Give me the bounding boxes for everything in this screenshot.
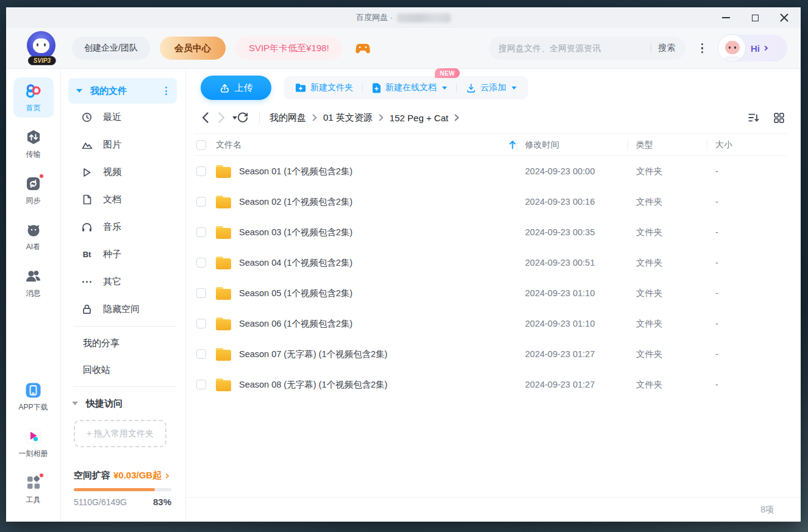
table-row[interactable]: Season 06 (1个视频包含2集) 2024-09-23 01:10 文件…: [194, 308, 787, 339]
row-checkbox[interactable]: [196, 258, 206, 268]
file-type: 文件夹: [636, 379, 715, 391]
caret-down-icon[interactable]: [72, 402, 78, 405]
create-team-button[interactable]: 创建企业/团队: [72, 37, 150, 60]
search-box[interactable]: 搜索: [489, 37, 685, 60]
table-row[interactable]: Season 01 (1个视频包含2集) 2024-09-23 00:00 文件…: [194, 156, 787, 186]
file-name[interactable]: Season 01 (1个视频包含2集): [239, 166, 352, 177]
sidebar-item-documents[interactable]: 文档: [68, 186, 177, 213]
account-button[interactable]: Hi: [719, 35, 787, 62]
greeting-text: Hi: [751, 43, 760, 54]
sidebar-item-images[interactable]: 图片: [68, 131, 177, 158]
rail-item-sync[interactable]: 同步: [13, 170, 54, 210]
rail-item-tools[interactable]: 工具: [13, 469, 54, 509]
table-row[interactable]: Season 05 (1个视频包含2集) 2024-09-23 01:10 文件…: [194, 278, 787, 308]
upload-button[interactable]: 上传: [201, 76, 271, 100]
storage-progress-fill: [74, 488, 155, 491]
rail-item-home[interactable]: 首页: [13, 77, 54, 118]
breadcrumb-item[interactable]: 01 英文资源: [323, 112, 373, 124]
file-name[interactable]: Season 02 (1个视频包含2集): [239, 196, 352, 208]
search-button[interactable]: 搜索: [659, 43, 676, 54]
my-files-menu-icon[interactable]: [163, 84, 170, 98]
image-icon: [81, 140, 93, 149]
close-button[interactable]: [776, 10, 792, 26]
row-checkbox[interactable]: [196, 166, 206, 176]
file-name[interactable]: Season 04 (1个视频包含2集): [239, 257, 352, 269]
forward-button[interactable]: [218, 112, 225, 123]
folder-icon: [216, 196, 231, 208]
column-header-size[interactable]: 大小: [715, 140, 787, 151]
sort-order-button[interactable]: [748, 112, 760, 123]
refresh-button[interactable]: [237, 112, 248, 123]
table-row[interactable]: Season 04 (1个视频包含2集) 2024-09-23 00:51 文件…: [194, 247, 787, 278]
table-row[interactable]: Season 07 (无字幕) (1个视频包含2集) 2024-09-23 01…: [194, 339, 787, 369]
file-name[interactable]: Season 06 (1个视频包含2集): [239, 318, 352, 330]
minimize-button[interactable]: [718, 10, 734, 26]
drag-folder-dropzone[interactable]: + 拖入常用文件夹: [74, 420, 166, 447]
file-name[interactable]: Season 07 (无字幕) (1个视频包含2集): [239, 349, 387, 360]
sidebar-item-music[interactable]: 音乐: [68, 213, 177, 241]
sidebar-item-torrents[interactable]: Bt 种子: [68, 241, 177, 268]
chevron-right-icon: [763, 46, 768, 51]
history-dropdown-icon[interactable]: [232, 116, 237, 119]
search-divider: [651, 43, 651, 53]
table-row[interactable]: Season 03 (1个视频包含2集) 2024-09-23 00:35 文件…: [194, 217, 787, 247]
sidebar-item-recycle-bin[interactable]: 回收站: [68, 356, 177, 383]
select-all-checkbox[interactable]: [196, 140, 206, 150]
column-header-name[interactable]: 文件名: [216, 140, 241, 151]
file-name[interactable]: Season 08 (无字幕) (1个视频包含2集): [239, 379, 387, 391]
sidebar-item-videos[interactable]: 视频: [68, 158, 177, 186]
grid-view-button[interactable]: [773, 112, 785, 124]
grid-view-icon: [773, 112, 785, 124]
cloud-add-button[interactable]: 云添加: [457, 76, 526, 99]
sync-icon: [25, 175, 42, 192]
breadcrumb-item-current[interactable]: 152 Peg + Cat: [390, 113, 448, 123]
file-name[interactable]: Season 05 (1个视频包含2集): [239, 288, 352, 299]
user-vip-avatar[interactable]: SVIP3: [27, 31, 57, 65]
new-online-doc-button[interactable]: NEW 新建在线文档: [363, 76, 456, 99]
sort-icon: [748, 112, 760, 123]
search-input[interactable]: [499, 43, 647, 53]
sidebar-item-my-files[interactable]: 我的文件: [68, 78, 177, 104]
more-menu-button[interactable]: [698, 40, 707, 57]
expand-storage-link[interactable]: 空间扩容 ¥0.03/GB起: [74, 470, 177, 481]
sidebar-item-hidden-space[interactable]: 隐藏空间: [68, 296, 177, 323]
app-download-icon: [25, 381, 42, 399]
rail-item-app-download[interactable]: APP下载: [13, 377, 54, 417]
chevron-down-folder-icon: [454, 114, 459, 121]
svip-promo-banner[interactable]: SVIP年卡低至¥198!: [235, 37, 343, 60]
sidebar-item-others[interactable]: 其它: [68, 268, 177, 296]
table-row[interactable]: Season 08 (无字幕) (1个视频包含2集) 2024-09-23 01…: [194, 369, 787, 400]
column-header-modified[interactable]: 修改时间: [525, 140, 636, 151]
row-checkbox[interactable]: [196, 349, 206, 359]
sidebar-item-my-shares[interactable]: 我的分享: [68, 330, 177, 356]
table-row[interactable]: Season 02 (1个视频包含2集) 2024-09-23 00:16 文件…: [194, 186, 787, 217]
new-folder-button[interactable]: 新建文件夹: [286, 76, 362, 99]
sidebar-item-quick-access[interactable]: 快捷访问: [68, 390, 177, 417]
breadcrumb-item[interactable]: 我的网盘: [270, 112, 306, 124]
row-checkbox[interactable]: [196, 380, 206, 389]
column-header-type[interactable]: 类型: [636, 140, 715, 151]
table-header: 文件名 修改时间 类型 大小: [194, 133, 787, 156]
headphones-icon: [81, 222, 93, 232]
window-controls: [718, 7, 792, 28]
row-checkbox[interactable]: [196, 227, 206, 237]
sidebar-item-recent[interactable]: 最近: [68, 104, 177, 131]
rail-item-transfer[interactable]: 传输: [13, 124, 54, 164]
caret-down-icon[interactable]: [76, 89, 82, 93]
back-button[interactable]: [202, 112, 209, 123]
member-center-button[interactable]: 会员中心: [160, 37, 226, 60]
row-checkbox[interactable]: [196, 288, 206, 298]
row-checkbox[interactable]: [196, 197, 206, 207]
storage-progress-bar: [74, 488, 171, 491]
rail-item-yike-album[interactable]: 一刻相册: [13, 423, 54, 463]
back-icon: [202, 112, 209, 123]
rail-item-ai-view[interactable]: AI看: [13, 216, 54, 257]
rail-item-messages[interactable]: 消息: [13, 263, 54, 303]
row-checkbox[interactable]: [196, 319, 206, 328]
game-center-button[interactable]: [355, 42, 371, 55]
file-name[interactable]: Season 03 (1个视频包含2集): [239, 227, 352, 238]
divider: [259, 112, 260, 123]
maximize-button[interactable]: [747, 10, 763, 26]
sort-ascending-icon[interactable]: [509, 140, 517, 149]
new-badge: NEW: [435, 68, 460, 78]
